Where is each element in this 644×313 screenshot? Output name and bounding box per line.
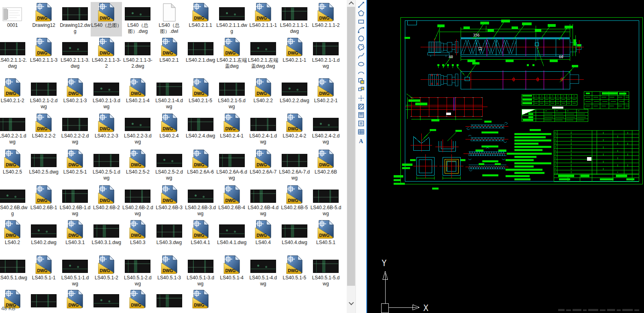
file-item[interactable]: DWG LS40.2.6A-6 [185,149,216,183]
file-item[interactable]: DWG [185,289,216,313]
file-item[interactable]: LS40.2.2.dwg [279,77,310,112]
rectangle-icon[interactable] [358,18,365,25]
file-item[interactable]: LS40.2.1.左端盖dwg.dwg [248,37,279,71]
insert-block-icon[interactable] [358,77,365,85]
file-item[interactable]: LS40.2.6B.dwg [0,184,28,219]
file-item[interactable]: DWG LS40.2.6B-5 [279,184,310,219]
file-item[interactable]: DWG LS40.2.1-4 [122,77,153,112]
file-item[interactable]: LS40.2.5.dwg [28,149,59,183]
file-item[interactable]: Drawing12.dwg [59,2,91,36]
file-item[interactable]: LS40.5.1-5.dwg [310,254,341,289]
file-item[interactable]: DWG LS40.2.6A-7 [248,149,279,183]
file-item[interactable]: DWG LS40.5.1 [310,219,341,254]
file-item[interactable]: DWG LS40.2.1.1-3 [28,37,59,71]
file-item[interactable]: LS40.2.1.1-1.dwg [279,2,310,36]
file-item[interactable]: LS40.2.4-2.dwg [310,113,341,147]
file-item[interactable]: LS40.2.1-2.dwg [28,77,59,112]
file-item[interactable]: LS40.2.6B-3.dwg [185,184,216,219]
file-item[interactable]: DWG LS40.5.1-1 [28,254,59,289]
file-item[interactable]: LS40.2.2-1.dwg [0,113,28,147]
table-icon[interactable] [358,128,365,135]
region-icon[interactable] [358,120,365,127]
file-item[interactable]: DWG LS40.2.1.1 [185,2,216,36]
file-item[interactable]: LS40.2.6A-7.dwg [279,149,310,183]
file-item[interactable]: DWG LS40.2.1.1-2 [310,2,341,36]
file-item[interactable]: DWG LS40.3.1 [59,219,91,254]
file-panel-scrollbar[interactable] [347,0,356,313]
file-item[interactable]: DWG LS40.2.5-1 [59,149,91,183]
ellipse-arc-icon[interactable] [358,69,365,76]
file-item[interactable]: LS40.2.1-4.dwg [154,77,185,112]
file-item[interactable]: DWG LS40.5.1-3 [154,254,185,289]
revision-cloud-icon[interactable] [358,44,365,51]
mtext-icon[interactable]: A [358,137,365,144]
file-item[interactable]: LS40.2.2-2.dwg [59,113,91,147]
file-item[interactable]: LS40.5.1-2.dwg [122,254,153,289]
file-item[interactable]: LS40.2.2-3.dwg [122,113,153,147]
file-item[interactable]: LS40.2.5-2.dwg [154,149,185,183]
file-item[interactable]: 0001 [0,2,28,36]
file-item[interactable]: DWG LS40.4.1 [185,219,216,254]
file-item[interactable]: LS40.2.1-5.dwg [216,77,248,112]
file-item[interactable]: DWG LS40.2.4-1 [216,113,248,147]
file-item[interactable]: DWG LS40.5.1-5 [279,254,310,289]
file-item[interactable]: LS40.4.dwg [279,219,310,254]
file-item[interactable]: LS40.3.1.dwg [91,219,122,254]
file-item[interactable]: DWG LS40.2.1-5 [185,77,216,112]
file-item[interactable]: LS40.2.1.dwg [185,37,216,71]
file-item[interactable]: DWG LS40.2.2-3 [91,113,122,147]
file-item[interactable]: DWG LS40.2.5-2 [122,149,153,183]
file-item[interactable]: LS40.5.1.dwg [0,254,28,289]
file-item[interactable]: LS40.4.1.dwg [216,219,248,254]
file-item[interactable]: LS40.2.6B-5.dwg [310,184,341,219]
hatch-icon[interactable] [358,103,365,110]
scrollbar-thumb[interactable] [347,7,355,286]
file-item[interactable]: DWG LS40.2.6B-1 [28,184,59,219]
file-item[interactable]: DWG LS40.2.1.1-1 [248,2,279,36]
scroll-down-button[interactable] [347,300,356,307]
line-icon[interactable] [358,1,365,8]
file-item[interactable]: LS40.2.1-3.dwg [91,77,122,112]
file-item[interactable]: DWG LS40.2.1-3 [59,77,91,112]
file-item[interactable]: LS40.3.dwg [154,219,185,254]
file-item[interactable]: DWG LS40.2.2 [248,77,279,112]
file-item[interactable]: LS40.2.4.dwg [185,113,216,147]
make-block-icon[interactable] [358,86,365,93]
circle-icon[interactable] [358,35,365,42]
file-item[interactable]: DWG LS40.2.1.左端盖dwg [216,37,248,71]
file-item[interactable]: LS40.2.4-1.dwg [248,113,279,147]
file-item[interactable]: DWG LS40.4 [248,219,279,254]
file-item[interactable]: DWG [122,289,153,313]
file-item[interactable]: DWG LS40.2.2-2 [28,113,59,147]
file-item[interactable]: DWG LS40.2.5 [0,149,28,183]
ellipse-icon[interactable] [358,61,365,68]
file-item[interactable]: LS40.2.1.1-3-2.dwg [122,37,153,71]
file-item[interactable]: LS40.2.1-1.dwg [310,37,341,71]
file-item[interactable]: DWG LS40.2.1-1 [279,37,310,71]
file-item[interactable]: LS40.2.5-1.dwg [91,149,122,183]
file-item[interactable]: DWG LS40.5.1-4 [216,254,248,289]
file-item[interactable]: LS40.2.6A-6.dwg [216,149,248,183]
file-item[interactable]: DWG Drawing12 [28,2,59,36]
file-item[interactable]: LS40.2.6B-2.dwg [122,184,153,219]
file-item[interactable]: DWG LS40.2 [0,219,28,254]
file-item[interactable]: DWG LS40.2.1 [154,37,185,71]
file-item[interactable]: LS40.2.6B-4.dwg [248,184,279,219]
file-item[interactable]: DWG [59,289,91,313]
file-item[interactable]: LS40.2.1.1.dwg [216,2,248,36]
file-item[interactable]: LS40（总图）.dwg [122,2,153,36]
arc-icon[interactable] [358,26,365,34]
file-item[interactable]: LS40.2.1.1-2.dwg [0,37,28,71]
file-item[interactable]: DWG LS40.3 [122,219,153,254]
file-item[interactable]: DWG LS40.5.1-2 [91,254,122,289]
file-item[interactable]: LS40.2.dwg [28,219,59,254]
file-item[interactable]: DWG LS40.2.1-2 [0,77,28,112]
file-item[interactable]: LS40.5.1-3.dwg [185,254,216,289]
scroll-up-button[interactable] [347,0,356,7]
spline-icon[interactable] [358,52,365,59]
polygon-icon[interactable] [358,10,365,17]
file-item[interactable]: DWG LS40（总图） [91,2,122,36]
point-icon[interactable] [358,95,365,102]
file-item[interactable] [28,289,59,313]
file-item[interactable]: DWG LS40.2.6B-4 [216,184,248,219]
